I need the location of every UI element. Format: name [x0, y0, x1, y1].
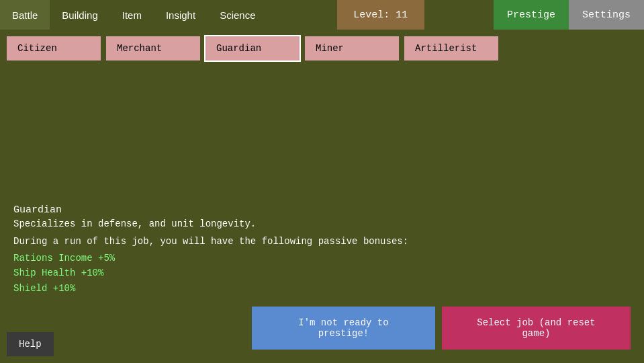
- level-badge: Level: 11: [337, 0, 424, 30]
- description-area: Guardian Specializes in defense, and uni…: [0, 198, 644, 363]
- action-buttons: I'm not ready to prestige! Select job (a…: [252, 307, 631, 350]
- level-text: Level: 11: [353, 9, 408, 21]
- job-artillerist[interactable]: Artillerist: [404, 36, 498, 61]
- cancel-prestige-button[interactable]: I'm not ready to prestige!: [252, 307, 435, 350]
- bonus-shield: Shield +10%: [13, 281, 631, 296]
- job-desc: Specializes in defense, and unit longevi…: [13, 218, 631, 229]
- bonus-rations: Rations Income +5%: [13, 251, 631, 266]
- tab-science[interactable]: Science: [208, 0, 267, 30]
- tab-building[interactable]: Building: [50, 0, 109, 30]
- tab-battle[interactable]: Battle: [0, 0, 50, 30]
- job-miner[interactable]: Miner: [305, 36, 399, 61]
- tab-item[interactable]: Item: [110, 0, 154, 30]
- settings-button[interactable]: Settings: [569, 0, 644, 30]
- job-merchant[interactable]: Merchant: [106, 36, 200, 61]
- jobs-row: Citizen Merchant Guardian Miner Artiller…: [0, 30, 644, 61]
- job-guardian[interactable]: Guardian: [205, 36, 300, 61]
- select-job-button[interactable]: Select job (and reset game): [442, 307, 631, 350]
- passive-bonuses-label: During a run of this job, you will have …: [13, 236, 631, 247]
- bonus-ship-health: Ship Health +10%: [13, 266, 631, 280]
- job-citizen[interactable]: Citizen: [7, 36, 101, 61]
- bonuses-list: Rations Income +5% Ship Health +10% Shie…: [13, 251, 631, 296]
- nav-spacer-left: [268, 0, 337, 30]
- help-button[interactable]: Help: [7, 332, 54, 356]
- nav-spacer-right: [424, 0, 494, 30]
- nav-bar: Battle Building Item Insight Science Lev…: [0, 0, 644, 30]
- tab-insight[interactable]: Insight: [154, 0, 208, 30]
- job-title: Guardian: [13, 204, 631, 216]
- prestige-button[interactable]: Prestige: [494, 0, 569, 30]
